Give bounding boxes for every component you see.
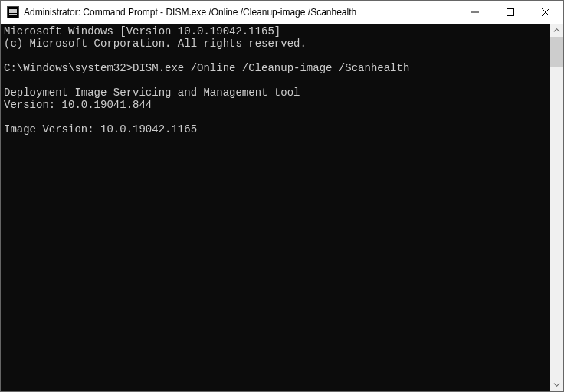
command-prompt-window: Administrator: Command Prompt - DISM.exe…: [0, 0, 564, 392]
console-line: C:\Windows\system32>DISM.exe /Online /Cl…: [4, 62, 547, 74]
maximize-icon: [507, 8, 514, 16]
console-line: Version: 10.0.19041.844: [4, 99, 547, 111]
svg-rect-0: [507, 9, 514, 16]
window-title: Administrator: Command Prompt - DISM.exe…: [24, 7, 356, 18]
scrollbar-thumb[interactable]: [550, 37, 563, 67]
titlebar[interactable]: Administrator: Command Prompt - DISM.exe…: [1, 1, 563, 24]
close-button[interactable]: [528, 1, 563, 24]
chevron-up-icon: [553, 27, 560, 34]
minimize-icon: [471, 8, 479, 16]
maximize-button[interactable]: [493, 1, 528, 24]
console-line: Microsoft Windows [Version 10.0.19042.11…: [4, 25, 547, 38]
chevron-down-icon: [553, 381, 560, 388]
close-icon: [542, 8, 549, 16]
console-line: Image Version: 10.0.19042.1165: [4, 123, 547, 136]
scroll-up-button[interactable]: [550, 24, 563, 37]
console-line: (c) Microsoft Corporation. All rights re…: [4, 38, 547, 50]
minimize-button[interactable]: [457, 1, 493, 24]
console-line: [4, 111, 547, 123]
console-output[interactable]: Microsoft Windows [Version 10.0.19042.11…: [1, 24, 550, 391]
console-line: [4, 74, 547, 87]
scrollbar-track[interactable]: [550, 37, 563, 378]
console-line: Deployment Image Servicing and Managemen…: [4, 87, 547, 99]
cmd-icon: [7, 6, 19, 18]
scroll-down-button[interactable]: [550, 378, 563, 391]
client-area: Microsoft Windows [Version 10.0.19042.11…: [1, 24, 563, 391]
console-line: [4, 136, 547, 148]
vertical-scrollbar[interactable]: [550, 24, 563, 391]
console-line: [4, 50, 547, 62]
